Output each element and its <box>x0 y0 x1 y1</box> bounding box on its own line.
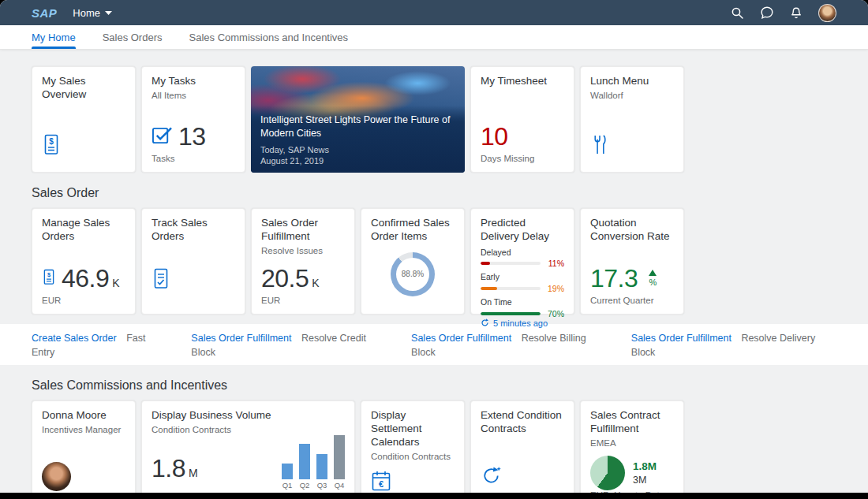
tile-sales-contract-fulfillment[interactable]: Sales Contract Fulfillment EMEA 1.8M 3M … <box>580 400 684 493</box>
tile-subtitle: Walldorf <box>590 91 674 100</box>
bv-bar <box>316 454 327 479</box>
quick-link-group: Sales Order Fulfillment Resolve Delivery… <box>631 330 836 359</box>
tile-lunch-menu[interactable]: Lunch Menu Walldorf <box>580 66 684 173</box>
sales-document-dollar-icon: $ <box>42 134 125 155</box>
arrow-up-icon <box>649 270 657 276</box>
sap-logo[interactable]: SAP <box>32 6 57 20</box>
kpi-scale: % <box>649 277 657 287</box>
delay-row: On Time 70% <box>481 297 564 318</box>
extend-cycle-icon <box>481 465 564 486</box>
tile-display-settlement-calendars[interactable]: Display Settlement Calendars Condition C… <box>361 400 465 493</box>
shell-navigation-menu[interactable]: Home <box>73 7 112 19</box>
tile-my-tasks[interactable]: My Tasks All Items 13 Tasks <box>141 66 245 173</box>
tasks-count: 13 <box>178 124 206 149</box>
chevron-down-icon <box>105 11 112 15</box>
app-window: SAP Home <box>0 0 868 493</box>
user-avatar[interactable] <box>818 4 836 22</box>
tile-footer: Days Missing <box>481 154 564 163</box>
delay-bar-track <box>481 262 541 265</box>
bv-category: Q1 <box>282 481 293 490</box>
tile-title: My Sales Overview <box>42 75 125 102</box>
quick-link-group: Create Sales Order Fast Entry <box>32 330 167 359</box>
tile-display-business-volume[interactable]: Display Business Volume Condition Contra… <box>141 400 355 493</box>
refresh-label: 5 minutes ago <box>493 318 548 328</box>
news-overlay: Intelligent Street Lights Power the Futu… <box>251 106 465 173</box>
settlement-calendar-euro-icon: € <box>371 470 455 492</box>
contract-target: 3M <box>633 475 657 486</box>
tile-title: Confirmed Sales Order Items <box>371 217 455 244</box>
tile-quotation-conversion-rate[interactable]: Quotation Conversion Rate 17.3 % Current… <box>580 208 684 315</box>
tile-title: Track Sales Orders <box>152 217 235 244</box>
tile-my-sales-overview[interactable]: My Sales Overview $ <box>32 66 136 173</box>
tile-subtitle: Incentives Manager <box>42 425 125 434</box>
commissions-tile-group: Donna Moore Incentives Manager Display B… <box>32 400 836 493</box>
tile-title: Donna Moore <box>42 409 125 423</box>
tile-title: Extend Condition Contracts <box>481 409 564 436</box>
bv-bar <box>334 435 345 479</box>
quick-link-fulfillment-credit[interactable]: Sales Order Fulfillment <box>191 333 291 344</box>
quick-link-group: Sales Order Fulfillment Resolve Billing … <box>411 330 608 359</box>
sales-document-dollar-icon: $ <box>42 269 56 289</box>
delay-bar-fill <box>481 287 497 290</box>
kpi-value: 46.9 <box>62 266 109 291</box>
copilot-button[interactable] <box>760 6 774 20</box>
contract-pie <box>590 456 625 490</box>
tile-track-sales-orders[interactable]: Track Sales Orders <box>141 208 245 315</box>
kpi-scale: M <box>189 467 198 479</box>
kpi-value: 20.5 <box>261 266 309 291</box>
tile-footer: EUR <box>261 296 345 305</box>
kpi-scale: K <box>112 277 119 289</box>
tile-subtitle: Resolve Issues <box>261 246 345 255</box>
launchpad-content: My Sales Overview $ My Tasks All Items <box>0 50 868 493</box>
svg-text:$: $ <box>47 270 51 277</box>
manager-avatar <box>42 462 71 491</box>
bv-category: Q2 <box>299 481 310 490</box>
bv-category: Q3 <box>316 481 327 490</box>
quick-link-fulfillment-delivery[interactable]: Sales Order Fulfillment <box>631 333 731 344</box>
bv-category: Q4 <box>334 481 345 490</box>
tile-my-timesheet[interactable]: My Timesheet 10 Days Missing <box>470 66 574 173</box>
tile-confirmed-sales-order-items[interactable]: Confirmed Sales Order Items 88.8% <box>361 208 465 315</box>
tile-title: Display Settlement Calendars <box>371 409 455 449</box>
tile-title: My Timesheet <box>481 75 564 88</box>
delay-bar-fill <box>481 312 541 315</box>
section-heading-sales-order: Sales Order <box>32 186 836 200</box>
tile-title: Predicted Delivery Delay <box>481 217 564 244</box>
tile-title: Display Business Volume <box>152 409 345 423</box>
tab-my-home[interactable]: My Home <box>32 25 76 49</box>
tile-subtitle: All Items <box>152 91 235 100</box>
search-icon <box>731 6 744 20</box>
days-missing-count: 10 <box>481 124 508 149</box>
tile-title: My Tasks <box>152 75 235 88</box>
shell-title: Home <box>73 7 100 19</box>
tile-title: Sales Order Fulfillment <box>261 217 345 244</box>
tile-footer: Tasks <box>152 154 235 163</box>
tile-predicted-delivery-delay[interactable]: Predicted Delivery Delay Delayed 11% Ear… <box>470 208 574 315</box>
confirmed-donut-ring: 88.8% <box>391 252 435 296</box>
task-check-icon <box>152 125 173 148</box>
quick-link-create-sales-order[interactable]: Create Sales Order <box>32 333 117 344</box>
business-volume-chart: Q1 Q2 Q3 Q4 Actual / Forecast <box>282 434 345 493</box>
search-button[interactable] <box>731 6 744 20</box>
order-tracking-icon <box>152 268 235 289</box>
tile-extend-condition-contracts[interactable]: Extend Condition Contracts <box>470 400 574 493</box>
tile-incentives-manager[interactable]: Donna Moore Incentives Manager <box>32 400 136 493</box>
notifications-button[interactable] <box>790 6 803 20</box>
tile-news[interactable]: Intelligent Street Lights Power the Futu… <box>251 66 465 173</box>
svg-text:$: $ <box>49 137 54 146</box>
shell-actions <box>731 4 836 22</box>
quick-link-fulfillment-billing[interactable]: Sales Order Fulfillment <box>411 333 511 344</box>
delay-row: Delayed 11% <box>481 248 564 269</box>
contract-actual: 1.8M <box>633 460 657 472</box>
tab-sales-orders[interactable]: Sales Orders <box>103 25 163 49</box>
sales-order-tile-group: Manage Sales Orders $ 46.9 K <box>32 208 836 315</box>
refresh-link[interactable]: 5 minutes ago <box>481 318 564 328</box>
tile-sales-order-fulfillment[interactable]: Sales Order Fulfillment Resolve Issues 2… <box>251 208 355 315</box>
home-tile-group: My Sales Overview $ My Tasks All Items <box>32 66 836 173</box>
delay-bar-fill <box>481 262 490 265</box>
tab-sales-commissions[interactable]: Sales Commissions and Incentives <box>189 25 349 49</box>
delay-bar-track <box>481 312 541 315</box>
home-tab-bar: My Home Sales Orders Sales Commissions a… <box>0 25 868 50</box>
quick-links-bar: Create Sales Order Fast Entry Sales Orde… <box>0 324 868 365</box>
tile-manage-sales-orders[interactable]: Manage Sales Orders $ 46.9 K <box>32 208 136 315</box>
